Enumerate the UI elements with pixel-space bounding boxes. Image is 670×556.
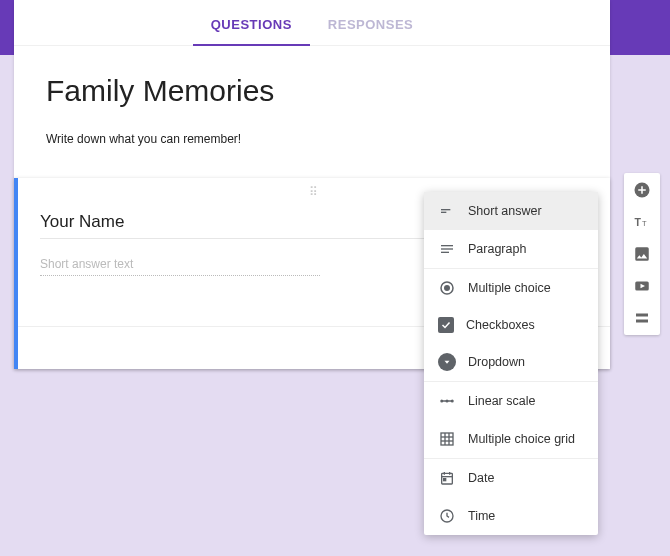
dropdown-icon: [438, 353, 456, 371]
menu-label: Paragraph: [468, 242, 526, 256]
svg-rect-32: [636, 314, 648, 317]
menu-item-short-answer[interactable]: Short answer: [424, 192, 598, 230]
form-header: Family Memories Write down what you can …: [14, 46, 610, 168]
answer-type-preview: Short answer text: [40, 253, 320, 276]
add-video-icon[interactable]: [633, 277, 651, 295]
svg-rect-23: [444, 479, 446, 481]
form-title[interactable]: Family Memories: [46, 74, 578, 108]
add-title-icon[interactable]: TT: [633, 213, 651, 231]
menu-label: Checkboxes: [466, 318, 535, 332]
add-question-icon[interactable]: [633, 181, 651, 199]
menu-item-paragraph[interactable]: Paragraph: [424, 230, 598, 268]
menu-item-checkboxes[interactable]: Checkboxes: [424, 307, 598, 343]
menu-label: Time: [468, 509, 495, 523]
svg-rect-14: [441, 433, 453, 445]
menu-item-multiple-choice-grid[interactable]: Multiple choice grid: [424, 420, 598, 458]
svg-rect-4: [441, 245, 453, 246]
calendar-icon: [438, 469, 456, 487]
tabs-bar: QUESTIONS RESPONSES: [14, 0, 610, 46]
menu-item-multiple-choice[interactable]: Multiple choice: [424, 269, 598, 307]
menu-label: Multiple choice grid: [468, 432, 575, 446]
svg-rect-27: [638, 189, 646, 191]
menu-item-dropdown[interactable]: Dropdown: [424, 343, 598, 381]
menu-item-date[interactable]: Date: [424, 459, 598, 497]
svg-rect-2: [441, 209, 450, 210]
svg-rect-3: [441, 212, 446, 213]
menu-item-time[interactable]: Time: [424, 497, 598, 535]
svg-rect-13: [442, 400, 453, 402]
menu-item-linear-scale[interactable]: Linear scale: [424, 382, 598, 420]
svg-point-8: [445, 286, 450, 291]
checkbox-icon: [438, 317, 454, 333]
menu-label: Short answer: [468, 204, 542, 218]
tab-questions[interactable]: QUESTIONS: [193, 0, 310, 45]
paragraph-icon: [438, 240, 456, 258]
svg-text:T: T: [635, 216, 642, 228]
add-image-icon[interactable]: [633, 245, 651, 263]
menu-label: Multiple choice: [468, 281, 551, 295]
menu-label: Dropdown: [468, 355, 525, 369]
radio-icon: [438, 279, 456, 297]
svg-text:T: T: [642, 219, 647, 228]
linear-scale-icon: [438, 392, 456, 410]
menu-label: Date: [468, 471, 494, 485]
tab-responses[interactable]: RESPONSES: [310, 0, 431, 45]
svg-rect-33: [636, 320, 648, 323]
svg-marker-9: [445, 361, 450, 364]
question-type-menu: Short answer Paragraph Multiple choice C…: [424, 192, 598, 535]
svg-rect-5: [441, 248, 453, 249]
short-answer-icon: [438, 202, 456, 220]
form-description[interactable]: Write down what you can remember!: [46, 132, 578, 146]
grid-icon: [438, 430, 456, 448]
svg-rect-6: [441, 252, 449, 253]
clock-icon: [438, 507, 456, 525]
add-section-icon[interactable]: [633, 309, 651, 327]
menu-label: Linear scale: [468, 394, 535, 408]
side-toolbar: TT: [624, 173, 660, 335]
